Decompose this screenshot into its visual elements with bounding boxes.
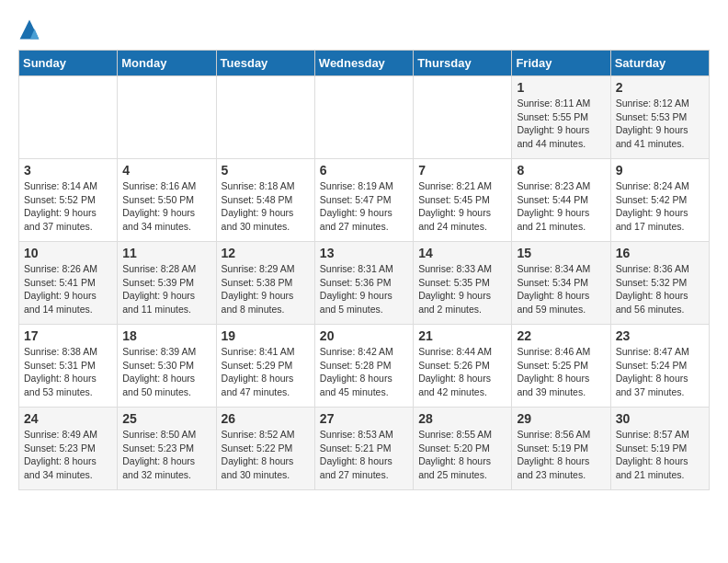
day-info: Sunrise: 8:11 AMSunset: 5:55 PMDaylight:… bbox=[517, 97, 605, 151]
day-info: Sunrise: 8:34 AMSunset: 5:34 PMDaylight:… bbox=[517, 262, 605, 316]
day-info: Sunrise: 8:47 AMSunset: 5:24 PMDaylight:… bbox=[616, 345, 704, 399]
weekday-header-friday: Friday bbox=[512, 51, 610, 76]
logo bbox=[18, 18, 42, 40]
day-number: 12 bbox=[222, 246, 310, 260]
calendar-cell: 21Sunrise: 8:44 AMSunset: 5:26 PMDayligh… bbox=[414, 325, 512, 408]
day-number: 8 bbox=[517, 163, 605, 178]
day-number: 25 bbox=[122, 411, 210, 426]
calendar-cell: 9Sunrise: 8:24 AMSunset: 5:42 PMDaylight… bbox=[610, 159, 709, 242]
day-number: 10 bbox=[24, 246, 112, 260]
calendar-cell bbox=[19, 76, 118, 159]
calendar-cell: 23Sunrise: 8:47 AMSunset: 5:24 PMDayligh… bbox=[610, 325, 709, 408]
calendar-cell: 16Sunrise: 8:36 AMSunset: 5:32 PMDayligh… bbox=[610, 242, 709, 325]
calendar-cell: 7Sunrise: 8:21 AMSunset: 5:45 PMDaylight… bbox=[414, 159, 512, 242]
weekday-header-row: SundayMondayTuesdayWednesdayThursdayFrid… bbox=[19, 51, 710, 76]
day-info: Sunrise: 8:52 AMSunset: 5:22 PMDaylight:… bbox=[222, 428, 310, 482]
calendar-cell bbox=[216, 76, 314, 159]
day-number: 11 bbox=[122, 246, 210, 260]
calendar-cell: 4Sunrise: 8:16 AMSunset: 5:50 PMDaylight… bbox=[118, 159, 216, 242]
calendar-cell: 25Sunrise: 8:50 AMSunset: 5:23 PMDayligh… bbox=[118, 408, 216, 490]
day-number: 7 bbox=[418, 163, 506, 178]
calendar-cell: 2Sunrise: 8:12 AMSunset: 5:53 PMDaylight… bbox=[610, 76, 709, 159]
day-info: Sunrise: 8:53 AMSunset: 5:21 PMDaylight:… bbox=[320, 428, 408, 482]
day-number: 19 bbox=[222, 328, 310, 343]
day-number: 15 bbox=[517, 246, 605, 260]
day-number: 23 bbox=[616, 328, 704, 343]
calendar-week-row: 10Sunrise: 8:26 AMSunset: 5:41 PMDayligh… bbox=[19, 242, 710, 325]
day-number: 16 bbox=[616, 246, 704, 260]
weekday-header-wednesday: Wednesday bbox=[314, 51, 413, 76]
day-info: Sunrise: 8:19 AMSunset: 5:47 PMDaylight:… bbox=[320, 179, 408, 234]
day-info: Sunrise: 8:56 AMSunset: 5:19 PMDaylight:… bbox=[517, 428, 605, 482]
calendar-week-row: 24Sunrise: 8:49 AMSunset: 5:23 PMDayligh… bbox=[19, 408, 710, 490]
day-info: Sunrise: 8:29 AMSunset: 5:38 PMDaylight:… bbox=[222, 262, 310, 316]
day-info: Sunrise: 8:49 AMSunset: 5:23 PMDaylight:… bbox=[24, 428, 112, 482]
day-info: Sunrise: 8:26 AMSunset: 5:41 PMDaylight:… bbox=[24, 262, 112, 316]
calendar-cell: 13Sunrise: 8:31 AMSunset: 5:36 PMDayligh… bbox=[314, 242, 413, 325]
calendar-cell: 12Sunrise: 8:29 AMSunset: 5:38 PMDayligh… bbox=[216, 242, 314, 325]
day-info: Sunrise: 8:50 AMSunset: 5:23 PMDaylight:… bbox=[122, 428, 210, 482]
calendar-cell: 14Sunrise: 8:33 AMSunset: 5:35 PMDayligh… bbox=[414, 242, 512, 325]
day-number: 3 bbox=[24, 163, 112, 178]
calendar-cell bbox=[118, 76, 216, 159]
day-number: 22 bbox=[517, 328, 605, 343]
day-number: 18 bbox=[122, 328, 210, 343]
day-info: Sunrise: 8:33 AMSunset: 5:35 PMDaylight:… bbox=[418, 262, 506, 316]
calendar-week-row: 1Sunrise: 8:11 AMSunset: 5:55 PMDaylight… bbox=[19, 76, 710, 159]
weekday-header-thursday: Thursday bbox=[414, 51, 512, 76]
calendar-cell bbox=[314, 76, 413, 159]
day-number: 24 bbox=[24, 411, 112, 426]
logo-icon bbox=[18, 18, 40, 40]
calendar-cell: 26Sunrise: 8:52 AMSunset: 5:22 PMDayligh… bbox=[216, 408, 314, 490]
calendar-week-row: 3Sunrise: 8:14 AMSunset: 5:52 PMDaylight… bbox=[19, 159, 710, 242]
day-info: Sunrise: 8:44 AMSunset: 5:26 PMDaylight:… bbox=[418, 345, 506, 399]
day-info: Sunrise: 8:12 AMSunset: 5:53 PMDaylight:… bbox=[616, 97, 704, 151]
day-number: 9 bbox=[616, 163, 704, 178]
day-info: Sunrise: 8:41 AMSunset: 5:29 PMDaylight:… bbox=[222, 345, 310, 399]
calendar-cell: 19Sunrise: 8:41 AMSunset: 5:29 PMDayligh… bbox=[216, 325, 314, 408]
day-number: 28 bbox=[418, 411, 506, 426]
calendar-cell bbox=[414, 76, 512, 159]
day-number: 20 bbox=[320, 328, 408, 343]
day-number: 26 bbox=[222, 411, 310, 426]
day-info: Sunrise: 8:18 AMSunset: 5:48 PMDaylight:… bbox=[222, 179, 310, 234]
day-number: 17 bbox=[24, 328, 112, 343]
day-info: Sunrise: 8:38 AMSunset: 5:31 PMDaylight:… bbox=[24, 345, 112, 399]
calendar-cell: 15Sunrise: 8:34 AMSunset: 5:34 PMDayligh… bbox=[512, 242, 610, 325]
weekday-header-sunday: Sunday bbox=[19, 51, 118, 76]
calendar-cell: 5Sunrise: 8:18 AMSunset: 5:48 PMDaylight… bbox=[216, 159, 314, 242]
day-info: Sunrise: 8:39 AMSunset: 5:30 PMDaylight:… bbox=[122, 345, 210, 399]
weekday-header-monday: Monday bbox=[118, 51, 216, 76]
calendar-cell: 20Sunrise: 8:42 AMSunset: 5:28 PMDayligh… bbox=[314, 325, 413, 408]
day-number: 14 bbox=[418, 246, 506, 260]
day-number: 4 bbox=[122, 163, 210, 178]
day-number: 30 bbox=[616, 411, 704, 426]
calendar-cell: 29Sunrise: 8:56 AMSunset: 5:19 PMDayligh… bbox=[512, 408, 610, 490]
header bbox=[18, 18, 710, 40]
calendar-cell: 28Sunrise: 8:55 AMSunset: 5:20 PMDayligh… bbox=[414, 408, 512, 490]
weekday-header-saturday: Saturday bbox=[610, 51, 709, 76]
day-number: 27 bbox=[320, 411, 408, 426]
day-info: Sunrise: 8:42 AMSunset: 5:28 PMDaylight:… bbox=[320, 345, 408, 399]
day-info: Sunrise: 8:23 AMSunset: 5:44 PMDaylight:… bbox=[517, 179, 605, 234]
calendar-cell: 18Sunrise: 8:39 AMSunset: 5:30 PMDayligh… bbox=[118, 325, 216, 408]
calendar-cell: 22Sunrise: 8:46 AMSunset: 5:25 PMDayligh… bbox=[512, 325, 610, 408]
day-info: Sunrise: 8:28 AMSunset: 5:39 PMDaylight:… bbox=[122, 262, 210, 316]
calendar-cell: 6Sunrise: 8:19 AMSunset: 5:47 PMDaylight… bbox=[314, 159, 413, 242]
day-info: Sunrise: 8:21 AMSunset: 5:45 PMDaylight:… bbox=[418, 179, 506, 234]
day-number: 21 bbox=[418, 328, 506, 343]
day-number: 2 bbox=[616, 80, 704, 95]
calendar-cell: 3Sunrise: 8:14 AMSunset: 5:52 PMDaylight… bbox=[19, 159, 118, 242]
calendar-cell: 8Sunrise: 8:23 AMSunset: 5:44 PMDaylight… bbox=[512, 159, 610, 242]
calendar-week-row: 17Sunrise: 8:38 AMSunset: 5:31 PMDayligh… bbox=[19, 325, 710, 408]
day-number: 29 bbox=[517, 411, 605, 426]
day-number: 13 bbox=[320, 246, 408, 260]
day-number: 1 bbox=[517, 80, 605, 95]
calendar-table: SundayMondayTuesdayWednesdayThursdayFrid… bbox=[18, 50, 710, 490]
weekday-header-tuesday: Tuesday bbox=[216, 51, 314, 76]
calendar-cell: 24Sunrise: 8:49 AMSunset: 5:23 PMDayligh… bbox=[19, 408, 118, 490]
calendar-cell: 10Sunrise: 8:26 AMSunset: 5:41 PMDayligh… bbox=[19, 242, 118, 325]
calendar-cell: 11Sunrise: 8:28 AMSunset: 5:39 PMDayligh… bbox=[118, 242, 216, 325]
calendar-cell: 17Sunrise: 8:38 AMSunset: 5:31 PMDayligh… bbox=[19, 325, 118, 408]
calendar-cell: 1Sunrise: 8:11 AMSunset: 5:55 PMDaylight… bbox=[512, 76, 610, 159]
